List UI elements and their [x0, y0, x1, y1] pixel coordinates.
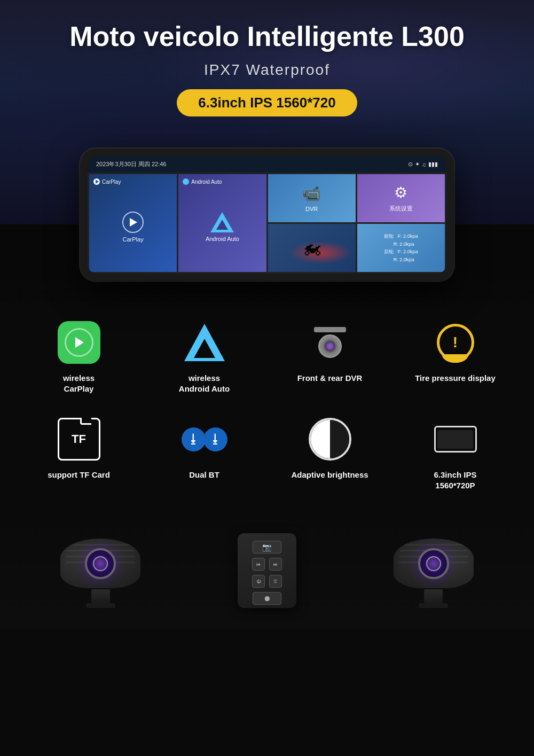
screen-tile-moto[interactable]: 🏍 — [268, 224, 356, 272]
bluetooth-feature-label: Dual BT — [189, 470, 219, 480]
device-screen: 2023年3月30日 周四 22:46 ⊙ ✦ ♫ ▮▮▮ — [88, 156, 446, 274]
screen-size-inner — [437, 430, 473, 449]
feature-brightness: Adaptive brightness — [272, 410, 387, 496]
carplay-icon — [58, 321, 100, 364]
right-cam-lens-inner — [426, 556, 441, 571]
dvr-lens — [318, 334, 342, 358]
screen-aa-header: Android Auto — [183, 178, 222, 185]
dvr-feature-label: Front & rear DVR — [297, 373, 363, 384]
rib1 — [68, 544, 132, 545]
left-cam-housing — [60, 539, 140, 588]
tfcard-icon: TF — [58, 418, 100, 461]
left-cam-mount — [91, 589, 110, 603]
bluetooth-icon: ⭳ ⭳ — [183, 427, 226, 451]
subtitle: IPX7 Waterproof — [21, 61, 513, 79]
remote-row1: 📷 — [253, 541, 281, 554]
aa-inner-cutout — [194, 339, 215, 358]
remote-btn-camera[interactable]: 📷 — [253, 541, 281, 554]
tire-bottom-arc — [442, 354, 469, 363]
main-title: Moto veicolo Intelligente L300 — [21, 21, 513, 52]
brightness-light-half — [311, 420, 330, 458]
right-camera-body — [391, 539, 476, 608]
screen-status-icons: ⊙ ✦ ♫ ▮▮▮ — [408, 161, 438, 168]
remote-row2: ⏮ ⏭ — [252, 558, 282, 571]
bt-circle-1: ⭳ — [182, 427, 206, 451]
features-row2: TF support TF Card ⭳ ⭳ — [21, 410, 513, 496]
right-cam-base — [419, 603, 448, 608]
bluetooth-icon: ✦ — [415, 161, 420, 168]
feature-tire: ! Tire pressure display — [398, 313, 513, 399]
screen-carplay-header: CarPlay — [93, 178, 121, 185]
device-section: 2023年3月30日 周四 22:46 ⊙ ✦ ♫ ▮▮▮ — [0, 143, 534, 302]
feature-screen-size: 6.3inch IPS1560*720P — [398, 410, 513, 496]
screen-carplay-bottom-label: CarPlay — [123, 236, 144, 243]
header-section: Moto veicolo Intelligente L300 IPX7 Wate… — [0, 0, 534, 143]
screen-tile-dvr[interactable]: 📹 DVR — [268, 174, 356, 222]
remote-row4: ⏺ — [253, 592, 281, 605]
brightness-dark-half — [330, 420, 349, 458]
left-camera-body — [58, 539, 143, 608]
cameras-section: 📷 ⏮ ⏭ ⏻ ☰ ⏺ — [0, 517, 534, 629]
bt-symbol-1: ⭳ — [187, 432, 199, 446]
screen-size-icon-wrap — [431, 415, 480, 463]
screen-size-icon — [434, 426, 477, 453]
left-camera-item — [58, 539, 143, 608]
tire-outer-ring: ! — [437, 324, 474, 361]
remote-btn-next[interactable]: ⏭ — [269, 558, 282, 571]
tire-exclaim-mark: ! — [453, 334, 458, 351]
features-row1: wirelessCarPlay wirelessAndroid Auto — [21, 313, 513, 399]
dvr-body — [314, 327, 346, 332]
screen-tile-carplay[interactable]: CarPlay CarPlay — [89, 174, 177, 272]
remote-control-item: 📷 ⏮ ⏭ ⏻ ☰ ⏺ — [238, 533, 296, 608]
remote-btn-prev[interactable]: ⏮ — [252, 558, 265, 571]
bluetooth-icon-wrap: ⭳ ⭳ — [180, 415, 229, 463]
androidauto-icon — [183, 321, 226, 364]
screen-grid: CarPlay CarPlay Android Auto — [88, 173, 446, 274]
androidauto-icon-wrap — [180, 318, 229, 367]
tire-icon-wrap: ! — [431, 318, 480, 367]
feature-bluetooth: ⭳ ⭳ Dual BT — [147, 410, 262, 496]
screen-size-feature-label: 6.3inch IPS1560*720P — [434, 470, 476, 490]
page-container: Moto veicolo Intelligente L300 IPX7 Wate… — [0, 0, 534, 756]
spec-badge: 6.3inch IPS 1560*720 — [177, 89, 357, 116]
dvr-icon-wrap — [306, 318, 354, 367]
remote-btn-menu[interactable]: ☰ — [269, 575, 282, 588]
aa-outer-triangle — [184, 324, 225, 361]
tire-feature-label: Tire pressure display — [415, 373, 496, 384]
carplay-logo-small — [93, 178, 100, 185]
aa-logo-small — [183, 178, 189, 185]
screen-statusbar: 2023年3月30日 周四 22:46 ⊙ ✦ ♫ ▮▮▮ — [88, 156, 446, 173]
screen-dvr-label: DVR — [305, 206, 318, 212]
screen-rear-r: R: 2.0kpa — [384, 256, 418, 263]
screen-front-wheel: 前轮 F: 2.0kpa — [384, 232, 418, 240]
left-cam-base — [86, 603, 115, 608]
remote-btn-power[interactable]: ⏻ — [252, 575, 265, 588]
screen-datetime: 2023年3月30日 周四 22:46 — [96, 160, 166, 168]
features-section: wirelessCarPlay wirelessAndroid Auto — [0, 302, 534, 517]
signal-icon: ▮▮▮ — [428, 161, 438, 168]
screen-dvr-icon: 📹 — [302, 185, 321, 202]
screen-tile-settings[interactable]: ⚙ 系统设置 — [357, 174, 445, 222]
screen-aa-bottom-label: Android Auto — [206, 236, 239, 242]
right-cam-housing — [394, 539, 474, 588]
feature-tfcard: TF support TF Card — [21, 410, 136, 496]
remote-body: 📷 ⏮ ⏭ ⏻ ☰ ⏺ — [238, 533, 296, 608]
brightness-icon-wrap — [306, 415, 354, 463]
screen-carplay-label: CarPlay — [102, 179, 121, 185]
carplay-play-circle — [65, 328, 93, 357]
carplay-icon-wrap — [55, 318, 103, 367]
androidauto-feature-label: wirelessAndroid Auto — [179, 373, 230, 394]
tfcard-label-icon: TF — [72, 432, 86, 446]
screen-tile-pressure[interactable]: 前轮 F: 2.0kpa R: 2.0kpa 后轮 F: 2.0kpa R: 2… — [357, 224, 445, 272]
carplay-feature-label: wirelessCarPlay — [63, 373, 95, 394]
remote-btn-center[interactable]: ⏺ — [253, 592, 281, 605]
left-cam-lens — [85, 548, 116, 579]
dvr-icon — [309, 321, 351, 364]
dvr-lens-inner — [325, 341, 335, 352]
screen-tile-androidauto[interactable]: Android Auto Android Auto — [178, 174, 266, 272]
screen-pressure-info: 前轮 F: 2.0kpa R: 2.0kpa 后轮 F: 2.0kpa R: 2… — [382, 230, 420, 266]
right-camera-item — [391, 539, 476, 608]
feature-androidauto: wirelessAndroid Auto — [147, 313, 262, 399]
brightness-feature-label: Adaptive brightness — [291, 470, 368, 480]
remote-row3: ⏻ ☰ — [252, 575, 282, 588]
